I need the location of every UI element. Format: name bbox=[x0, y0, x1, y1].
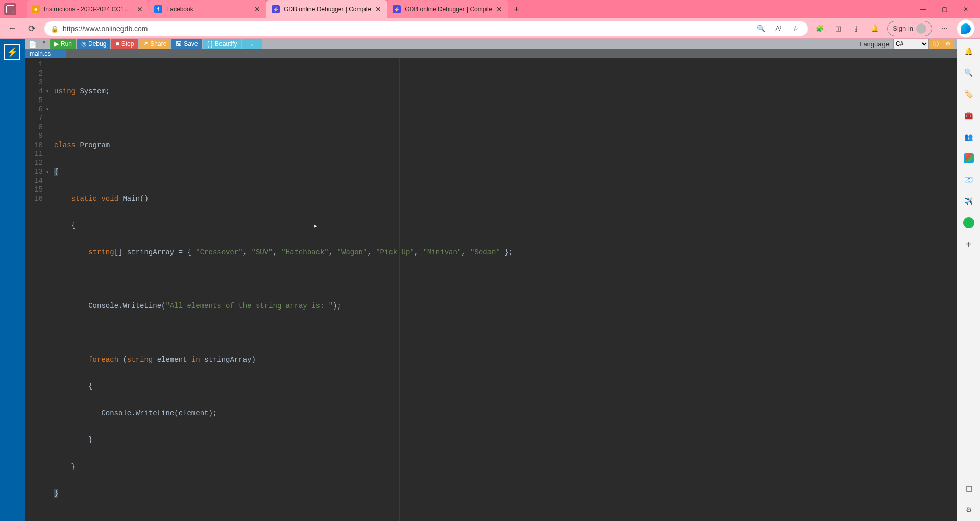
address-bar[interactable]: 🔒 https://www.onlinegdb.com 🔍 A⁾ ☆ bbox=[44, 21, 808, 36]
sidebar-notifications-icon[interactable]: 🔔 bbox=[963, 45, 975, 57]
share-button[interactable]: ↗ Share bbox=[139, 39, 170, 49]
tab-close-3[interactable]: ✕ bbox=[495, 5, 503, 13]
signin-label: Sign in bbox=[893, 25, 913, 32]
sidebar-outlook-icon[interactable]: 📧 bbox=[963, 174, 975, 186]
tab-close-2[interactable]: ✕ bbox=[374, 5, 382, 13]
upload-icon[interactable]: ⤒ bbox=[39, 39, 49, 49]
info-icon[interactable]: ⓘ bbox=[930, 39, 941, 49]
url-text: https://www.onlinegdb.com bbox=[63, 25, 750, 33]
sidebar-people-icon[interactable]: 👥 bbox=[963, 131, 975, 143]
tab-2-active[interactable]: ⚡ GDB online Debugger | Compile ✕ bbox=[266, 0, 387, 18]
window-controls: — ▢ ✕ bbox=[918, 6, 976, 13]
refresh-button[interactable]: ⟳ bbox=[24, 21, 39, 36]
tab-0[interactable]: ⁕ Instructions - 2023-2024 CC104T ✕ bbox=[27, 0, 149, 18]
tab-3[interactable]: ⚡ GDB online Debugger | Compile ✕ bbox=[387, 0, 508, 18]
sidebar-tools-icon[interactable]: 🧰 bbox=[963, 109, 975, 122]
code-content[interactable]: using System; class Program { static voi… bbox=[52, 58, 957, 521]
fold-gutter: ▾ ▾ ▾ bbox=[46, 58, 52, 521]
bing-icon bbox=[961, 23, 971, 34]
language-label: Language bbox=[860, 40, 889, 48]
new-file-icon[interactable]: 📄 bbox=[28, 39, 38, 49]
debug-button[interactable]: ◎ Debug bbox=[77, 39, 110, 49]
workspaces-icon[interactable] bbox=[4, 3, 16, 15]
sidebar-add-icon[interactable]: + bbox=[963, 238, 975, 250]
tab-title-0: Instructions - 2023-2024 CC104T bbox=[44, 6, 133, 13]
tab-title-3: GDB online Debugger | Compile bbox=[405, 6, 492, 13]
tab-title-1: Facebook bbox=[166, 6, 250, 13]
split-screen-icon[interactable]: ◫ bbox=[832, 22, 844, 35]
signin-button[interactable]: Sign in bbox=[887, 21, 932, 36]
sidebar-search-icon[interactable]: 🔍 bbox=[963, 66, 975, 79]
back-button[interactable]: ← bbox=[5, 21, 19, 36]
extensions-icon[interactable]: 🧩 bbox=[814, 22, 826, 35]
sidebar-panel-icon[interactable]: ◫ bbox=[963, 482, 975, 494]
avatar-icon bbox=[916, 23, 926, 34]
tab-favicon-3: ⚡ bbox=[393, 5, 401, 13]
tab-close-1[interactable]: ✕ bbox=[253, 5, 261, 13]
beautify-button[interactable]: { } Beautify bbox=[203, 39, 241, 49]
lock-icon: 🔒 bbox=[51, 25, 58, 32]
downloads-icon[interactable]: ⭳ bbox=[850, 22, 863, 35]
code-editor[interactable]: 12345678910111213141516 ▾ ▾ ▾ using Syst… bbox=[24, 58, 957, 521]
zoom-icon[interactable]: 🔍 bbox=[755, 22, 767, 35]
minimize-button[interactable]: — bbox=[918, 6, 928, 13]
tab-title-2: GDB online Debugger | Compile bbox=[284, 6, 371, 13]
download-button[interactable]: ⭳ bbox=[242, 39, 262, 49]
run-button[interactable]: ▶ Run bbox=[50, 39, 76, 49]
tab-close-0[interactable]: ✕ bbox=[136, 5, 144, 13]
print-margin bbox=[399, 58, 400, 521]
sidebar-settings-icon[interactable]: ⚙ bbox=[963, 504, 975, 516]
file-tab-bar: main.cs bbox=[24, 49, 957, 58]
tab-favicon-0: ⁕ bbox=[32, 5, 40, 13]
bing-chat-button[interactable] bbox=[957, 19, 975, 38]
left-sidebar: ⚡ bbox=[0, 39, 24, 521]
line-number-gutter: 12345678910111213141516 bbox=[24, 58, 46, 521]
sidebar-office-icon[interactable] bbox=[963, 152, 975, 164]
language-select[interactable]: C# bbox=[893, 39, 929, 49]
read-aloud-icon[interactable]: A⁾ bbox=[772, 22, 785, 35]
notifications-icon[interactable]: 🔔 bbox=[869, 22, 881, 35]
stop-button[interactable]: ■ Stop bbox=[111, 39, 138, 49]
file-tab-main[interactable]: main.cs bbox=[24, 49, 66, 58]
close-window-button[interactable]: ✕ bbox=[961, 6, 971, 13]
tab-favicon-1: f bbox=[154, 5, 162, 13]
settings-icon[interactable]: ⚙ bbox=[942, 39, 953, 49]
new-tab-button[interactable]: + bbox=[508, 0, 524, 18]
tab-1[interactable]: f Facebook ✕ bbox=[149, 0, 266, 18]
sidebar-shopping-icon[interactable]: 🏷️ bbox=[963, 88, 975, 100]
save-button[interactable]: 🖫 Save bbox=[172, 39, 202, 49]
maximize-button[interactable]: ▢ bbox=[939, 6, 949, 13]
favorite-icon[interactable]: ☆ bbox=[790, 22, 802, 35]
site-logo-icon[interactable]: ⚡ bbox=[4, 44, 20, 60]
edge-sidebar: 🔔 🔍 🏷️ 🧰 👥 📧 ✈️ + bbox=[957, 39, 980, 521]
tab-favicon-2: ⚡ bbox=[272, 5, 280, 13]
sidebar-telegram-icon[interactable]: ✈️ bbox=[963, 195, 975, 207]
ide-toolbar: 📄 ⤒ ▶ Run ◎ Debug ■ Stop ↗ Share 🖫 Save … bbox=[24, 39, 957, 49]
menu-icon[interactable]: ⋯ bbox=[938, 22, 950, 35]
tab-strip: ⁕ Instructions - 2023-2024 CC104T ✕ f Fa… bbox=[27, 0, 918, 18]
sidebar-spotify-icon[interactable] bbox=[963, 217, 975, 229]
